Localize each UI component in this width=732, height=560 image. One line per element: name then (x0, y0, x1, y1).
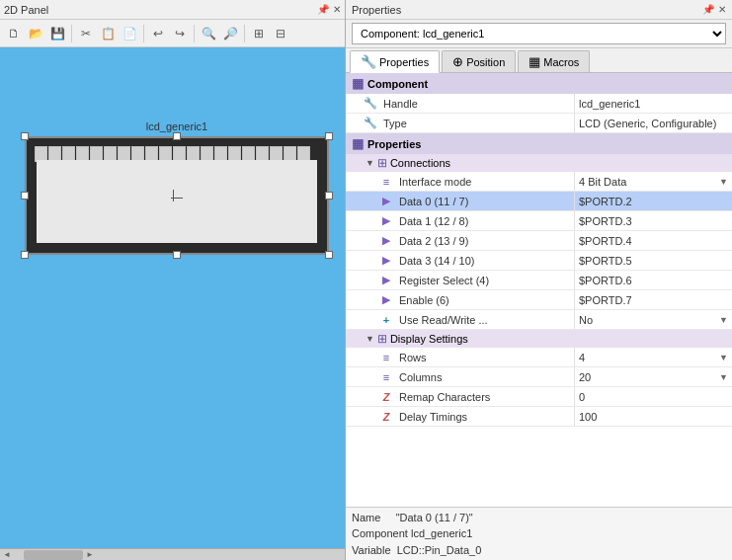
toolbar-save-btn[interactable]: 💾 (47, 24, 67, 43)
toolbar-copy-btn[interactable]: 📋 (98, 24, 118, 43)
rows-value[interactable]: 4 ▼ (574, 348, 732, 366)
resize-handle-tl[interactable] (21, 132, 29, 140)
properties-tab-icon: 🔧 (361, 54, 376, 69)
component-section-header: ▦ Component (346, 73, 732, 94)
resize-handle-ml[interactable] (21, 192, 29, 200)
lcd-outer: lcd_generic1 (25, 136, 329, 255)
toolbar: 🗋 📂 💾 ✂ 📋 📄 ↩ ↪ 🔍 🔎 ⊞ ⊟ (0, 20, 345, 47)
readwrite-dropdown-arrow[interactable]: ▼ (719, 315, 728, 325)
enable-icon: ▶ (377, 290, 395, 309)
close-icon[interactable]: ✕ (333, 4, 341, 15)
columns-select[interactable]: 20 ▼ (579, 371, 728, 383)
canvas-area[interactable]: lcd_generic1 (0, 47, 345, 548)
tab-properties[interactable]: 🔧 Properties (350, 50, 440, 73)
lcd-label: lcd_generic1 (146, 120, 207, 132)
data0-label: Data 0 (11 / 7) (395, 192, 574, 210)
indent-delay (346, 407, 377, 426)
data1-value: $PORTD.3 (574, 211, 732, 230)
right-panel-title: Properties (352, 4, 401, 16)
component-section-icon: ▦ (352, 76, 364, 91)
interface-mode-dropdown-arrow[interactable]: ▼ (719, 177, 728, 187)
toolbar-redo-btn[interactable]: ↪ (170, 24, 190, 43)
properties-section-icon: ▦ (352, 136, 364, 151)
columns-dropdown-arrow[interactable]: ▼ (719, 372, 728, 382)
toolbar-cut-btn[interactable]: ✂ (76, 24, 96, 43)
interface-icon: ≡ (377, 172, 395, 191)
tab-macros[interactable]: ▦ Macros (518, 50, 590, 72)
rows-select[interactable]: 4 ▼ (579, 352, 728, 363)
connections-icon: ⊞ (377, 156, 387, 170)
component-section-label: Component (367, 78, 428, 90)
toolbar-align-btn[interactable]: ⊞ (249, 24, 269, 43)
tab-position[interactable]: ⊕ Position (442, 50, 516, 72)
component-select[interactable]: Component: lcd_generic1 (352, 23, 726, 44)
right-titlebar-icons: 📌 ✕ (702, 4, 726, 15)
resize-handle-bl[interactable] (21, 251, 29, 259)
type-icon: 🔧 (362, 114, 379, 132)
interface-mode-value[interactable]: 4 Bit Data ▼ (574, 172, 732, 191)
remap-icon: Z (377, 387, 395, 406)
delay-label: Delay Timings (395, 407, 574, 426)
toolbar-zoom-out-btn[interactable]: 🔎 (220, 24, 240, 43)
scroll-right-arrow[interactable]: ► (83, 550, 97, 559)
connections-label: Connections (390, 157, 450, 169)
scroll-thumb-h[interactable] (24, 550, 83, 560)
connections-expand-arrow[interactable]: ▼ (366, 158, 374, 168)
toolbar-open-btn[interactable]: 📂 (26, 24, 45, 43)
horizontal-scrollbar[interactable]: ◄ ► (0, 548, 345, 560)
indent2 (346, 114, 362, 132)
prop-content[interactable]: ▦ Component 🔧 Handle lcd_generic1 🔧 Type… (346, 73, 732, 507)
toolbar-paste-btn[interactable]: 📄 (120, 24, 139, 43)
position-tab-icon: ⊕ (452, 54, 463, 69)
prop-row-use-readwrite: + Use Read/Write ... No ▼ (346, 310, 732, 330)
toolbar-new-btn[interactable]: 🗋 (4, 24, 24, 43)
scroll-left-arrow[interactable]: ◄ (0, 550, 14, 559)
indent-rows (346, 348, 377, 366)
status-name-value: "Data 0 (11 / 7)" (396, 512, 473, 523)
rows-dropdown-arrow[interactable]: ▼ (719, 353, 728, 362)
indent-data2 (346, 231, 377, 250)
toolbar-grid-btn[interactable]: ⊟ (271, 24, 290, 43)
macros-tab-icon: ▦ (529, 54, 540, 69)
display-settings-expand-arrow[interactable]: ▼ (366, 334, 374, 344)
component-header: Component: lcd_generic1 (346, 20, 732, 48)
toolbar-sep4 (244, 25, 245, 42)
prop-row-columns: ≡ Columns 20 ▼ (346, 367, 732, 387)
toolbar-zoom-in-btn[interactable]: 🔍 (199, 24, 218, 43)
handle-label: Handle (379, 94, 574, 113)
delay-icon: Z (377, 407, 395, 426)
prop-row-enable: ▶ Enable (6) $PORTD.7 (346, 290, 732, 310)
data1-icon: ▶ (377, 211, 395, 230)
readwrite-value[interactable]: No ▼ (574, 310, 732, 329)
right-close-icon[interactable]: ✕ (718, 4, 726, 15)
interface-mode-select[interactable]: 4 Bit Data ▼ (579, 176, 728, 188)
columns-icon: ≡ (377, 367, 395, 386)
data0-value: $PORTD.2 (574, 192, 732, 210)
prop-row-data0: ▶ Data 0 (11 / 7) $PORTD.2 (346, 192, 732, 211)
rows-icon: ≡ (377, 348, 395, 366)
indent-interface (346, 172, 377, 191)
remap-value: 0 (574, 387, 732, 406)
resize-handle-tm[interactable] (173, 132, 181, 140)
prop-row-delay: Z Delay Timings 100 (346, 407, 732, 427)
right-pin-icon[interactable]: 📌 (702, 4, 714, 15)
data2-label: Data 2 (13 / 9) (395, 231, 574, 250)
resize-handle-tr[interactable] (325, 132, 333, 140)
data2-value: $PORTD.4 (574, 231, 732, 250)
pin-icon[interactable]: 📌 (317, 4, 329, 15)
right-titlebar: Properties 📌 ✕ (346, 0, 732, 20)
prop-row-data2: ▶ Data 2 (13 / 9) $PORTD.4 (346, 231, 732, 251)
columns-value[interactable]: 20 ▼ (574, 367, 732, 386)
indent1 (346, 94, 362, 113)
resize-handle-bm[interactable] (173, 251, 181, 259)
interface-mode-label: Interface mode (395, 172, 574, 191)
handle-value: lcd_generic1 (574, 94, 732, 113)
resize-handle-br[interactable] (325, 251, 333, 259)
lcd-component[interactable]: lcd_generic1 (25, 136, 329, 255)
remap-label: Remap Characters (395, 387, 574, 406)
resize-handle-mr[interactable] (325, 192, 333, 200)
toolbar-undo-btn[interactable]: ↩ (148, 24, 168, 43)
readwrite-icon: + (377, 310, 395, 329)
indent-data0 (346, 192, 377, 210)
readwrite-select[interactable]: No ▼ (579, 314, 728, 326)
